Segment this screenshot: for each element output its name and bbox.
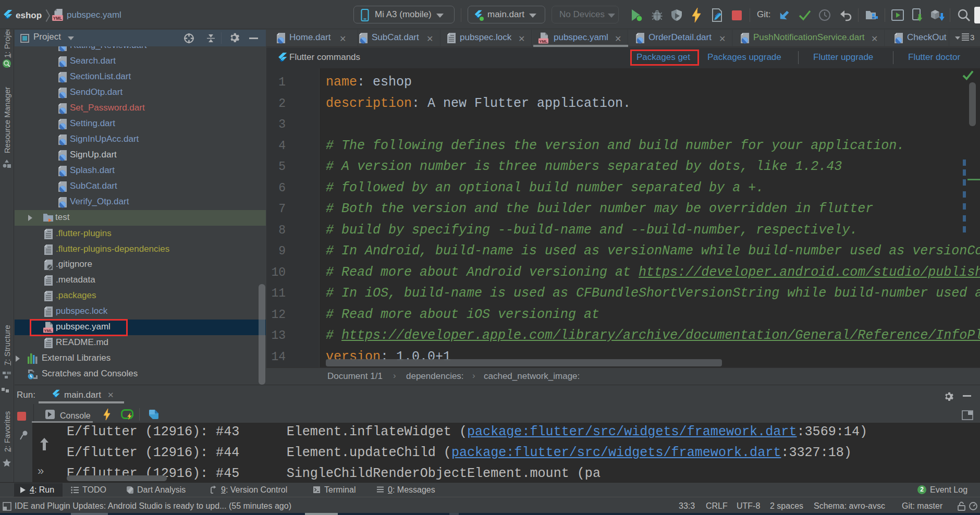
svg-text:YML: YML (53, 16, 62, 21)
svg-text:YML: YML (540, 39, 548, 44)
